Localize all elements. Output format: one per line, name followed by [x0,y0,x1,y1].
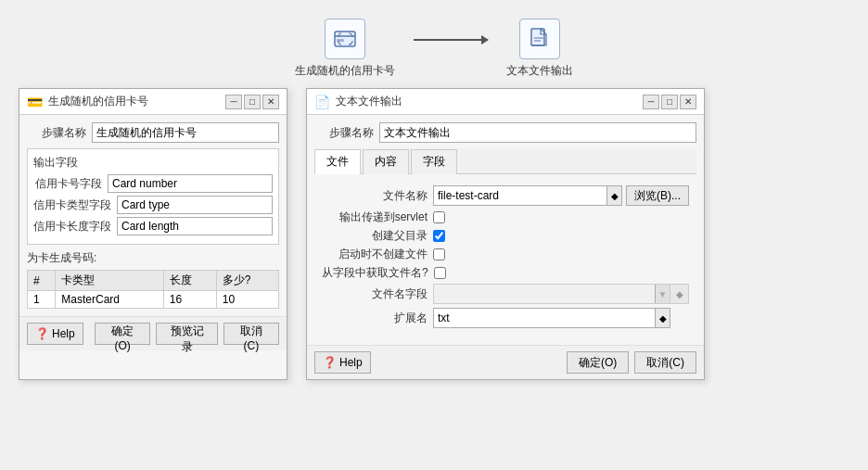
right-dialog-titlebar: 📄 文本文件输出 ─ □ ✕ [307,89,704,115]
left-help-label: Help [52,327,75,340]
left-dialog-maximize[interactable]: □ [244,95,261,109]
left-dialog-controls: ─ □ ✕ [225,95,279,109]
checkbox-row-0: 输出传递到servlet [322,210,689,225]
right-help-icon: ❓ [323,356,337,369]
right-dialog-title-text: 文本文件输出 [336,94,402,109]
extension-label: 扩展名 [322,311,433,326]
checkbox-0[interactable] [433,211,445,223]
checkbox-row-2: 启动时不创建文件 [322,247,689,262]
tab-file[interactable]: 文件 [314,149,361,174]
file-field-diamond-icon: ◆ [676,289,683,299]
left-dialog-icon: 💳 [27,95,43,109]
gen-codes-section: 为卡生成号码: # 卡类型 长度 多少? 1 MasterCard [27,250,279,309]
checkbox-1[interactable] [433,230,445,242]
left-help-button[interactable]: ❓ Help [27,323,83,345]
file-name-field-dropdown: ▼ [655,285,670,303]
left-dialog-footer: ❓ Help 确定(O) 预览记录 取消(C) [19,316,287,350]
output-fields-label: 输出字段 [33,155,78,171]
left-dialog-title: 💳 生成随机的信用卡号 [27,94,148,109]
file-name-field-label: 文件名字段 [322,286,433,302]
right-dialog-maximize[interactable]: □ [661,95,678,109]
file-name-field-input [434,285,655,303]
flow-node-1[interactable]: 生成随机的信用卡号 [295,19,395,79]
right-dialog-footer: ❓ Help 确定(O) 取消(C) [307,345,704,379]
right-cancel-button[interactable]: 取消(C) [634,351,696,374]
output-row-1: 信用卡类型字段 [33,196,273,214]
output-row-0: 信用卡号字段 [33,174,273,193]
file-name-input[interactable] [434,186,606,205]
left-cancel-button[interactable]: 取消(C) [223,323,279,345]
left-step-name-label: 步骤名称 [27,125,92,141]
extension-row: 扩展名 ◆ [322,308,689,328]
file-name-row: 文件名称 ◆ 浏览(B)... [322,185,689,206]
output-label-0: 信用卡号字段 [33,176,108,192]
right-step-name-input[interactable] [379,122,696,143]
table-header-count: 多少? [216,271,278,291]
right-help-button[interactable]: ❓ Help [314,351,371,374]
tab-fields[interactable]: 字段 [411,149,457,174]
checkbox-3[interactable] [434,267,446,279]
credit-card-flow-icon [325,19,365,59]
file-tab-content: 文件名称 ◆ 浏览(B)... 输出传递到servlet 创建父目录 [314,180,696,337]
checkbox-row-1: 创建父目录 [322,228,689,244]
file-name-field: ◆ [433,185,622,206]
table-header-num: # [28,271,56,291]
right-dialog-minimize[interactable]: ─ [643,95,659,109]
table-row[interactable]: 1 MasterCard 16 10 [28,291,279,309]
left-step-name-input[interactable] [92,122,279,143]
gen-codes-title: 为卡生成号码: [27,250,279,266]
flow-node-2[interactable]: 文本文件输出 [506,19,573,79]
output-input-2[interactable] [117,217,273,235]
output-input-1[interactable] [117,196,273,214]
right-dialog-icon: 📄 [314,95,330,109]
output-label-1: 信用卡类型字段 [33,197,117,213]
right-dialog-controls: ─ □ ✕ [643,95,696,109]
left-dialog-close[interactable]: ✕ [262,95,279,109]
output-input-0[interactable] [108,174,273,193]
extension-input[interactable] [434,309,655,327]
flow-diagram: 生成随机的信用卡号 文本文件输出 [0,0,868,88]
checkbox-2[interactable] [433,248,445,260]
left-step-name-row: 步骤名称 [27,122,279,143]
browse-button[interactable]: 浏览(B)... [626,185,689,206]
table-cell-type: MasterCard [56,291,164,309]
right-ok-button[interactable]: 确定(O) [567,351,629,374]
extension-diamond-icon[interactable]: ◆ [655,309,670,327]
output-fields-title: 输出字段 [33,155,273,171]
table-header-type: 卡类型 [56,271,164,291]
file-name-field-row: 文件名字段 ▼ ◆ [322,284,689,304]
right-step-name-label: 步骤名称 [314,125,379,141]
right-dialog-title: 📄 文本文件输出 [314,94,402,109]
svg-rect-2 [337,39,344,42]
checkbox-label-0: 输出传递到servlet [322,210,433,225]
file-field-diamond-btn: ◆ [670,284,689,304]
table-cell-count: 10 [216,291,278,309]
left-dialog-minimize[interactable]: ─ [225,95,242,109]
dialogs-area: 💳 生成随机的信用卡号 ─ □ ✕ 步骤名称 输出字段 信用卡号字段 [0,88,868,380]
gen-codes-table: # 卡类型 长度 多少? 1 MasterCard 16 10 [27,270,279,309]
tab-bar: 文件 内容 字段 [314,148,696,174]
flow-node-1-label: 生成随机的信用卡号 [295,63,395,79]
checkbox-label-2: 启动时不创建文件 [322,247,433,262]
file-name-diamond-icon[interactable]: ◆ [606,186,621,205]
tab-content[interactable]: 内容 [363,149,409,174]
output-label-2: 信用卡长度字段 [33,219,117,235]
file-name-label: 文件名称 [322,188,433,204]
flow-node-2-label: 文本文件输出 [506,63,573,79]
left-dialog-titlebar: 💳 生成随机的信用卡号 ─ □ ✕ [19,89,287,115]
right-dialog-close[interactable]: ✕ [680,95,696,109]
left-dialog-content: 步骤名称 输出字段 信用卡号字段 信用卡类型字段 信用卡长度字段 [19,115,287,316]
left-preview-button[interactable]: 预览记录 [156,323,217,345]
right-help-label: Help [339,356,363,369]
checkbox-label-3: 从字段中获取文件名? [322,265,434,281]
left-ok-button[interactable]: 确定(O) [95,323,151,345]
flow-arrow [414,39,488,41]
table-header-length: 长度 [163,271,216,291]
extension-field: ◆ [433,308,670,328]
right-dialog-content: 步骤名称 文件 内容 字段 文件名称 ◆ 浏览(B)... [307,115,704,345]
checkbox-label-1: 创建父目录 [322,228,433,244]
right-dialog: 📄 文本文件输出 ─ □ ✕ 步骤名称 文件 内容 字段 [306,88,705,380]
output-fields-section: 输出字段 信用卡号字段 信用卡类型字段 信用卡长度字段 [27,148,279,245]
file-output-flow-icon [519,19,560,59]
right-step-name-row: 步骤名称 [314,122,696,143]
